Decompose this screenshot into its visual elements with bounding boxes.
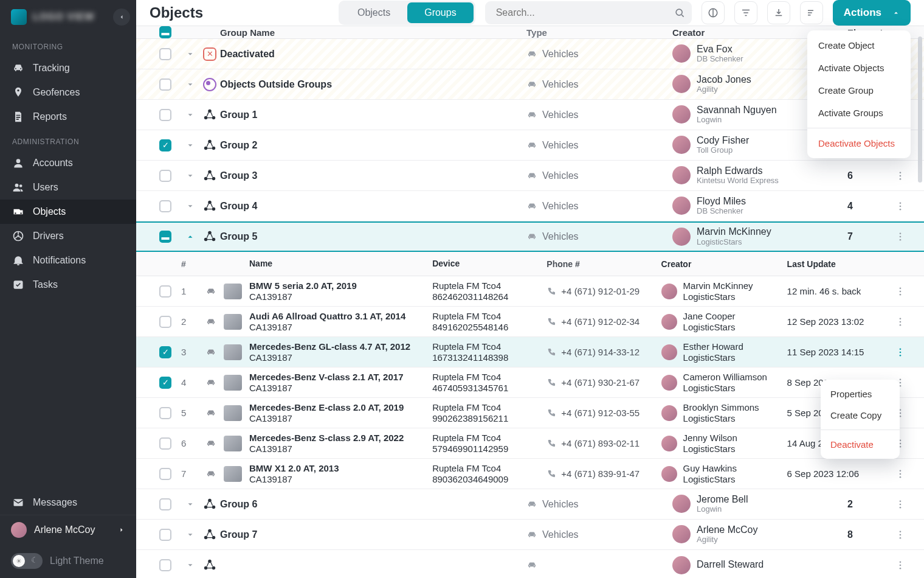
nav-accounts[interactable]: Accounts xyxy=(0,151,136,175)
chevron-down-icon[interactable] xyxy=(186,500,195,509)
device-name: Ruptela FM Tco4 xyxy=(432,372,546,382)
menu-activate-groups[interactable]: Activate Groups xyxy=(807,102,911,124)
menu-activate-objects[interactable]: Activate Objects xyxy=(807,57,911,79)
columns-button[interactable] xyxy=(702,1,725,24)
ctx-properties[interactable]: Properties xyxy=(821,383,900,405)
row-checkbox[interactable] xyxy=(159,498,171,510)
row-checkbox[interactable] xyxy=(159,170,171,182)
row-menu-button[interactable] xyxy=(890,170,911,181)
nav-geofences[interactable]: Geofences xyxy=(0,80,136,105)
actions-button[interactable]: Actions xyxy=(833,0,911,26)
row-checkbox[interactable] xyxy=(159,529,171,541)
collapse-sidebar-button[interactable] xyxy=(113,9,130,26)
menu-create-object[interactable]: Create Object xyxy=(807,34,911,57)
group-row[interactable]: Group 7 Vehicles Arlene McCoyAgility 8 xyxy=(136,520,924,550)
row-menu-button[interactable] xyxy=(890,468,911,479)
download-button[interactable] xyxy=(767,1,790,24)
row-menu-button[interactable] xyxy=(890,347,911,358)
object-row[interactable]: ✓ 3 Mercedes-Benz GL-class 4.7 AT, 2012C… xyxy=(136,337,924,367)
object-row[interactable]: 2 Audi A6 Allroad Quattro 3.1 AT, 2014CA… xyxy=(136,307,924,337)
row-checkbox[interactable]: ▬ xyxy=(159,231,171,243)
group-row[interactable]: ✕ Deactivated Vehicles Eva FoxDB Schenke… xyxy=(136,39,924,69)
row-checkbox[interactable] xyxy=(159,437,171,450)
row-checkbox[interactable] xyxy=(159,200,171,212)
col-type[interactable]: Type xyxy=(526,27,672,38)
select-all-checkbox[interactable]: ▬ xyxy=(159,26,171,38)
menu-deactivate-objects[interactable]: Deactivate Objects xyxy=(807,132,911,155)
user-name: Arlene McCoy xyxy=(34,524,111,535)
sidebar-bottom: Messages Arlene McCoy ☀ ☾ Light Theme xyxy=(0,490,136,578)
tasks-icon xyxy=(12,279,24,291)
theme-toggle[interactable]: ☀ ☾ xyxy=(11,553,43,569)
row-menu-button[interactable] xyxy=(890,316,911,327)
group-row[interactable]: Group 4 Vehicles Floyd MilesDB Schenker … xyxy=(136,191,924,221)
chevron-down-icon[interactable] xyxy=(186,80,195,89)
row-checkbox[interactable]: ✓ xyxy=(159,346,171,358)
nav-reports[interactable]: Reports xyxy=(0,105,136,129)
search-field[interactable] xyxy=(485,1,692,24)
object-row[interactable]: 7 BMW X1 2.0 AT, 2013CA139187 Ruptela FM… xyxy=(136,459,924,489)
chevron-down-icon[interactable] xyxy=(186,172,195,180)
nav-label: Drivers xyxy=(33,231,64,242)
row-checkbox[interactable] xyxy=(159,559,171,571)
tab-groups[interactable]: Groups xyxy=(407,2,473,23)
menu-create-group[interactable]: Create Group xyxy=(807,79,911,102)
group-name: Group 7 xyxy=(220,529,257,540)
ctx-deactivate[interactable]: Deactivate xyxy=(821,434,900,455)
search-input[interactable] xyxy=(495,7,674,19)
scrollbar[interactable] xyxy=(918,37,922,183)
row-menu-button[interactable] xyxy=(890,560,911,571)
nav-tasks[interactable]: Tasks xyxy=(0,273,136,297)
row-menu-button[interactable] xyxy=(890,529,911,540)
group-row[interactable]: ▬ Group 5 Vehicles Marvin McKinneyLogist… xyxy=(136,221,924,252)
creator-company: LogisticStars xyxy=(683,383,767,393)
row-menu-button[interactable] xyxy=(890,286,911,297)
ctx-create-copy[interactable]: Create Copy xyxy=(821,405,900,426)
nav-objects[interactable]: Objects xyxy=(0,200,136,224)
group-row[interactable]: Group 1 Vehicles Savannah NguyenLogwin 4 xyxy=(136,100,924,130)
chevron-down-icon[interactable] xyxy=(186,50,195,58)
chevron-up-icon[interactable] xyxy=(186,232,195,241)
sort-button[interactable] xyxy=(800,1,823,24)
creator-name: Marvin McKinney xyxy=(683,280,753,291)
group-row[interactable]: Group 3 Vehicles Ralph EdwardsKintetsu W… xyxy=(136,161,924,191)
chevron-down-icon[interactable] xyxy=(186,111,195,119)
chevron-down-icon[interactable] xyxy=(186,202,195,211)
chevron-down-icon[interactable] xyxy=(186,531,195,539)
row-checkbox[interactable] xyxy=(159,78,171,91)
logo-row: LOGO VIEW xyxy=(0,0,136,34)
row-checkbox[interactable] xyxy=(159,407,171,419)
row-checkbox[interactable] xyxy=(159,468,171,480)
groups-body: ✕ Deactivated Vehicles Eva FoxDB Schenke… xyxy=(136,39,924,578)
nav-tracking[interactable]: Tracking xyxy=(0,56,136,80)
col-group[interactable]: Group Name xyxy=(220,27,526,38)
row-menu-button[interactable] xyxy=(890,201,911,212)
row-checkbox[interactable] xyxy=(159,316,171,328)
nav-messages[interactable]: Messages xyxy=(0,490,136,515)
type-label: Vehicles xyxy=(542,110,579,120)
row-checkbox[interactable] xyxy=(159,109,171,121)
row-checkbox[interactable] xyxy=(159,285,171,298)
current-user[interactable]: Arlene McCoy xyxy=(0,515,136,544)
chevron-down-icon[interactable] xyxy=(186,141,195,150)
object-row[interactable]: 6 Mercedes-Benz S-class 2.9 AT, 2022CA13… xyxy=(136,428,924,459)
chevron-down-icon[interactable] xyxy=(186,561,195,569)
row-menu-button[interactable] xyxy=(890,231,911,242)
group-row[interactable]: Objects Outside Groups Vehicles Jacob Jo… xyxy=(136,69,924,100)
row-index: 1 xyxy=(181,286,205,296)
nav-drivers[interactable]: Drivers xyxy=(0,224,136,248)
row-checkbox[interactable] xyxy=(159,48,171,60)
group-row[interactable]: Group 6 Vehicles Jerome BellLogwin 2 xyxy=(136,489,924,520)
row-checkbox[interactable]: ✓ xyxy=(159,377,171,389)
filter-button[interactable] xyxy=(734,1,757,24)
object-row[interactable]: 1 BMW 5 seria 2.0 AT, 2019CA139187 Rupte… xyxy=(136,276,924,307)
object-row[interactable]: ✓ 4 Mercedes-Benz V-class 2.1 AT, 2017CA… xyxy=(136,367,924,398)
group-row[interactable]: Darrell Steward xyxy=(136,550,924,578)
row-checkbox[interactable]: ✓ xyxy=(159,139,171,151)
tab-objects[interactable]: Objects xyxy=(340,2,407,23)
nav-notifications[interactable]: Notifications xyxy=(0,248,136,273)
object-row[interactable]: 5 Mercedes-Benz E-class 2.0 AT, 2019CA13… xyxy=(136,398,924,428)
nav-users[interactable]: Users xyxy=(0,175,136,200)
row-menu-button[interactable] xyxy=(890,499,911,510)
group-row[interactable]: ✓ Group 2 Vehicles Cody FisherToll Group… xyxy=(136,130,924,161)
